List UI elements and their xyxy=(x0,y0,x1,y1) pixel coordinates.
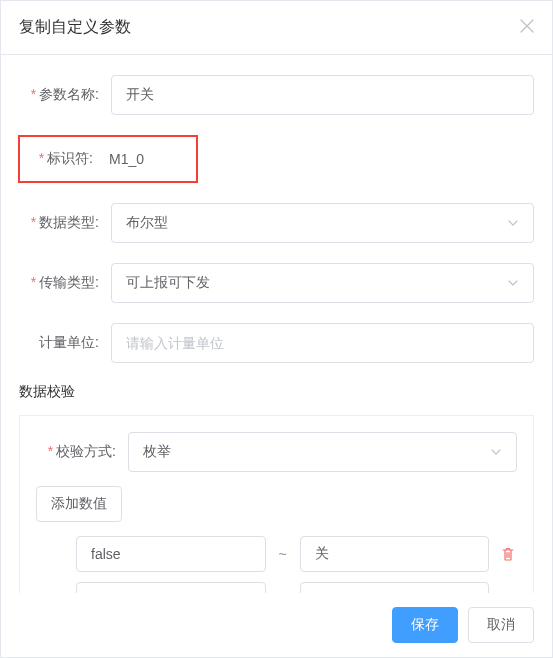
input-param-name[interactable] xyxy=(111,75,534,115)
control-trans-type: 可上报可下发 xyxy=(111,263,534,303)
input-identifier[interactable] xyxy=(105,143,185,175)
label-trans-type: 传输类型: xyxy=(19,274,111,292)
dialog-footer: 保存 取消 xyxy=(1,593,552,657)
cancel-button[interactable]: 取消 xyxy=(468,607,534,643)
delete-icon[interactable] xyxy=(499,546,517,562)
dialog-header: 复制自定义参数 xyxy=(1,1,552,55)
row-identifier: 标识符: xyxy=(19,135,534,183)
label-identifier: 标识符: xyxy=(20,150,105,168)
select-trans-type[interactable]: 可上报可下发 xyxy=(111,263,534,303)
row-trans-type: 传输类型: 可上报可下发 xyxy=(19,263,534,303)
chevron-down-icon xyxy=(507,217,519,229)
identifier-highlight: 标识符: xyxy=(18,135,198,183)
enum-row: ~ xyxy=(76,582,517,593)
dialog-body: 参数名称: 标识符: 数据类型: 布尔型 xyxy=(1,55,552,593)
select-trans-type-value: 可上报可下发 xyxy=(126,274,210,292)
section-title-validation: 数据校验 xyxy=(19,383,534,401)
label-param-name: 参数名称: xyxy=(19,86,111,104)
control-data-type: 布尔型 xyxy=(111,203,534,243)
add-enum-button[interactable]: 添加数值 xyxy=(36,486,122,522)
enum-key-input[interactable] xyxy=(76,582,266,593)
close-icon[interactable] xyxy=(520,19,534,36)
control-param-name xyxy=(111,75,534,115)
input-unit[interactable] xyxy=(111,323,534,363)
control-validate-mode: 枚举 xyxy=(128,432,517,472)
select-validate-mode-value: 枚举 xyxy=(143,443,171,461)
enum-key-input[interactable] xyxy=(76,536,266,572)
row-validate-mode: 校验方式: 枚举 xyxy=(36,432,517,472)
enum-list: ~ ~ xyxy=(36,536,517,593)
row-unit: 计量单位: xyxy=(19,323,534,363)
save-button[interactable]: 保存 xyxy=(392,607,458,643)
enum-label-input[interactable] xyxy=(300,536,490,572)
enum-row: ~ xyxy=(76,536,517,572)
tilde-separator: ~ xyxy=(276,546,290,562)
label-unit: 计量单位: xyxy=(19,334,111,352)
chevron-down-icon xyxy=(507,277,519,289)
validation-panel: 校验方式: 枚举 添加数值 ~ xyxy=(19,415,534,593)
select-data-type[interactable]: 布尔型 xyxy=(111,203,534,243)
row-data-type: 数据类型: 布尔型 xyxy=(19,203,534,243)
chevron-down-icon xyxy=(490,446,502,458)
select-data-type-value: 布尔型 xyxy=(126,214,168,232)
select-validate-mode[interactable]: 枚举 xyxy=(128,432,517,472)
control-unit xyxy=(111,323,534,363)
dialog-copy-custom-param: 复制自定义参数 参数名称: 标识符: 数据类型: 布尔型 xyxy=(0,0,553,658)
label-data-type: 数据类型: xyxy=(19,214,111,232)
row-param-name: 参数名称: xyxy=(19,75,534,115)
dialog-title: 复制自定义参数 xyxy=(19,17,131,38)
enum-label-input[interactable] xyxy=(300,582,490,593)
label-validate-mode: 校验方式: xyxy=(36,443,128,461)
